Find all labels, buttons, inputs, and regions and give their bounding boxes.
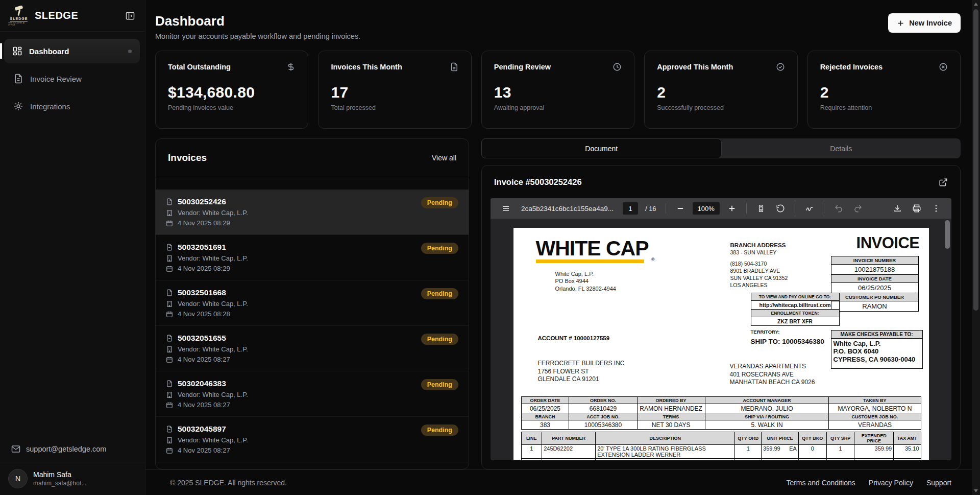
- invoice-number: 50032045897: [178, 425, 226, 434]
- invoice-date: 4 Nov 2025 08:29: [178, 265, 230, 272]
- user-name: Mahim Safa: [33, 470, 86, 479]
- annotate-button[interactable]: [802, 201, 817, 216]
- content-row: Invoices View all 50030252426 Vendor: Wh…: [155, 138, 961, 469]
- print-icon: [912, 204, 921, 213]
- undo-button[interactable]: [831, 201, 846, 216]
- window-scrollbar[interactable]: [972, 0, 980, 495]
- user-email: mahim_safa@hot...: [33, 480, 86, 487]
- sidebar-collapse-button[interactable]: [122, 8, 138, 23]
- plus-icon: [727, 204, 737, 213]
- page-subtitle: Monitor your accounts payable workflow a…: [155, 32, 360, 40]
- tab-details[interactable]: Details: [722, 138, 961, 158]
- external-link-icon[interactable]: [939, 178, 948, 187]
- print-button[interactable]: [910, 201, 924, 216]
- pdf-canvas[interactable]: WHITE CAP ® White Cap, L.P.PO Box 4944Or…: [491, 219, 951, 460]
- invoice-list-item[interactable]: 50030252426 Vendor: White Cap, L.P. 4 No…: [156, 190, 469, 235]
- sidebar-item-integrations[interactable]: Integrations: [5, 94, 140, 119]
- line-item-row: 2 245D62162 16' TYPE 1A 300LB RATING FIB…: [521, 459, 921, 461]
- fit-page-icon: [756, 204, 766, 213]
- building-icon: [166, 300, 173, 308]
- scroll-down-arrow[interactable]: [972, 487, 980, 495]
- stat-value: $134,680.80: [168, 84, 296, 101]
- viewer-tabs: Document Details: [481, 138, 961, 158]
- support-email-link[interactable]: support@getsledge.com: [0, 436, 145, 462]
- building-icon: [166, 255, 173, 262]
- dollar-icon: [286, 62, 296, 72]
- ship-to-address: VERANDAS APARTMENTS401 ROSECRANS AVEMANH…: [730, 363, 815, 387]
- invoice-list-item[interactable]: 50032501668 Vendor: White Cap, L.P. 4 No…: [156, 280, 469, 326]
- sidebar-item-dashboard[interactable]: Dashboard: [4, 39, 140, 63]
- clock-icon: [612, 62, 622, 72]
- status-badge: Pending: [421, 197, 458, 208]
- tab-document[interactable]: Document: [481, 138, 722, 158]
- order-info-table: ORDER DATE ORDER NO. ORDERED BY ACCOUNT …: [521, 396, 921, 430]
- status-badge: Pending: [421, 334, 458, 345]
- sidebar-nav: Dashboard Invoice Review: [0, 32, 145, 119]
- app-root: SLEDGE THE BUILDERS AI OFFICE SLEDGE Das…: [0, 0, 980, 495]
- file-text-icon: [13, 74, 23, 84]
- invoice-heading: INVOICE: [856, 234, 920, 252]
- whitecap-logo: WHITE CAP ®: [536, 238, 649, 263]
- building-icon: [166, 391, 173, 398]
- view-all-button[interactable]: View all: [432, 154, 456, 162]
- check-circle-icon: [776, 62, 785, 72]
- stat-value: 13: [494, 84, 622, 101]
- building-icon: [166, 346, 173, 353]
- whitecap-logo-text: WHITE CAP: [536, 238, 649, 259]
- branch-address: BRANCH ADDRESS 383 - SUN VALLEY (818) 50…: [730, 242, 788, 289]
- document-card-header: Invoice #50030252426: [482, 166, 960, 198]
- stat-title: Invoices This Month: [331, 63, 402, 71]
- app-title: SLEDGE: [35, 10, 122, 21]
- file-text-icon: [166, 244, 173, 251]
- sidebar-item-invoice-review[interactable]: Invoice Review: [5, 66, 140, 91]
- invoice-list-item[interactable]: 50032051691 Vendor: White Cap, L.P. 4 No…: [156, 235, 469, 280]
- zoom-level[interactable]: 100%: [693, 202, 720, 215]
- pdf-page-input[interactable]: 1: [623, 202, 638, 215]
- zoom-in-button[interactable]: [725, 201, 739, 216]
- calendar-icon: [166, 220, 173, 227]
- logo-wordmark: SLEDGE: [10, 17, 28, 21]
- calendar-icon: [166, 356, 173, 363]
- new-invoice-label: New Invoice: [909, 19, 952, 27]
- invoice-list-item[interactable]: 50032045897 Vendor: White Cap, L.P. 4 No…: [156, 417, 469, 462]
- invoices-title: Invoices: [168, 152, 207, 163]
- dashboard-grid-icon: [12, 46, 22, 56]
- footer-link-terms[interactable]: Terms and Conditions: [786, 479, 855, 487]
- bill-to-address: FERROCRETE BUILDERS INC1756 FLOWER STGLE…: [538, 360, 625, 384]
- rotate-ccw-icon: [776, 204, 785, 213]
- redo-button[interactable]: [851, 201, 865, 216]
- sledge-logo: SLEDGE THE BUILDERS AI OFFICE: [8, 4, 30, 28]
- file-text-icon: [166, 380, 173, 387]
- more-options-button[interactable]: [929, 201, 943, 216]
- toolbar-separator: [824, 203, 824, 214]
- main-content: Dashboard Monitor your accounts payable …: [145, 0, 972, 495]
- invoice-vendor: Vendor: White Cap, L.P.: [178, 209, 248, 217]
- support-email-text: support@getsledge.com: [26, 445, 106, 453]
- redo-icon: [853, 204, 863, 213]
- remit-address: White Cap, L.P.PO Box 4944Orlando, FL 32…: [555, 270, 616, 292]
- fit-page-button[interactable]: [754, 201, 768, 216]
- invoice-vendor: Vendor: White Cap, L.P.: [178, 254, 248, 262]
- invoice-list-item[interactable]: 50302046383 Vendor: White Cap, L.P. 4 No…: [156, 371, 469, 417]
- footer-link-privacy[interactable]: Privacy Policy: [869, 479, 913, 487]
- gear-icon: [13, 101, 23, 111]
- invoice-vendor: Vendor: White Cap, L.P.: [178, 391, 248, 398]
- footer-link-support[interactable]: Support: [926, 479, 951, 487]
- pdf-menu-button[interactable]: [499, 201, 513, 216]
- new-invoice-button[interactable]: New Invoice: [888, 13, 961, 33]
- rotate-button[interactable]: [773, 201, 788, 216]
- file-text-icon: [166, 426, 173, 433]
- stat-subtitle: Successfully processed: [657, 104, 785, 111]
- scroll-up-arrow[interactable]: [972, 0, 980, 8]
- invoice-list-item[interactable]: 50032051655 Vendor: White Cap, L.P. 4 No…: [156, 326, 469, 371]
- pay-online-box: TO VIEW AND PAY ONLINE GO TO: http://whi…: [751, 293, 840, 326]
- pdf-filename: 2ca5b2341c6bc1c155ea4a9...: [521, 205, 614, 213]
- user-profile[interactable]: N Mahim Safa mahim_safa@hot...: [0, 462, 145, 495]
- pdf-scrollbar-thumb[interactable]: [945, 220, 950, 249]
- stat-title: Approved This Month: [657, 63, 733, 71]
- scrollbar-thumb[interactable]: [973, 9, 978, 311]
- invoice-number: 50032051691: [178, 243, 226, 252]
- download-button[interactable]: [890, 201, 904, 216]
- invoice-date: 4 Nov 2025 08:28: [178, 310, 230, 318]
- zoom-out-button[interactable]: [673, 201, 688, 216]
